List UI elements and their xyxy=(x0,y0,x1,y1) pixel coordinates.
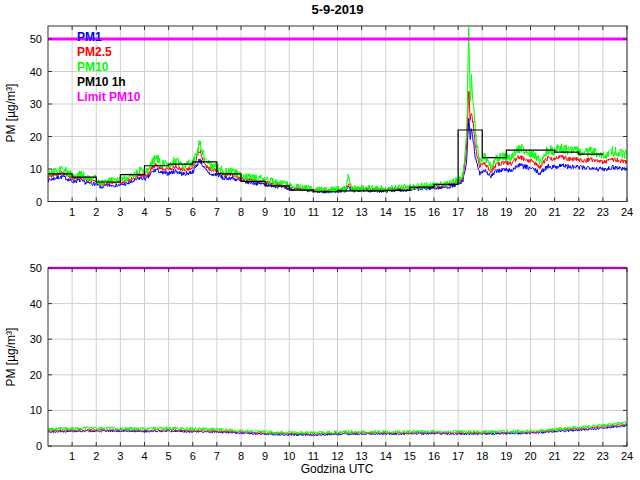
svg-text:1: 1 xyxy=(69,450,75,462)
svg-text:9: 9 xyxy=(262,450,268,462)
svg-text:10: 10 xyxy=(283,450,295,462)
svg-text:0: 0 xyxy=(36,440,42,452)
svg-text:7: 7 xyxy=(214,450,220,462)
svg-text:30: 30 xyxy=(30,333,42,345)
legend-item-pm1: PM1 xyxy=(77,30,140,45)
svg-text:50: 50 xyxy=(30,262,42,274)
svg-text:17: 17 xyxy=(452,450,464,462)
svg-text:40: 40 xyxy=(30,298,42,310)
legend-item-pm2-5: PM2.5 xyxy=(77,45,140,60)
svg-text:8: 8 xyxy=(238,450,244,462)
top-y-axis-label: PM [µg/m³] xyxy=(4,33,18,193)
svg-text:2: 2 xyxy=(93,450,99,462)
legend-item-pm10: PM10 xyxy=(77,60,140,75)
svg-text:12: 12 xyxy=(331,450,343,462)
svg-text:14: 14 xyxy=(380,450,392,462)
svg-text:6: 6 xyxy=(190,450,196,462)
svg-text:23: 23 xyxy=(597,450,609,462)
svg-text:20: 20 xyxy=(30,369,42,381)
figure: 5-9-2019 1234567891011121314151617181920… xyxy=(0,0,640,480)
legend: PM1 PM2.5 PM10 PM10 1h Limit PM10 xyxy=(77,30,140,105)
svg-text:11: 11 xyxy=(308,450,319,462)
svg-text:24: 24 xyxy=(621,450,633,462)
svg-text:5: 5 xyxy=(166,450,172,462)
svg-text:21: 21 xyxy=(549,450,561,462)
svg-text:4: 4 xyxy=(141,450,147,462)
legend-item-limit-pm10: Limit PM10 xyxy=(77,90,140,105)
svg-text:19: 19 xyxy=(500,450,512,462)
svg-text:20: 20 xyxy=(524,450,536,462)
svg-text:15: 15 xyxy=(404,450,416,462)
bottom-y-axis-label: PM [µg/m³] xyxy=(4,277,18,437)
svg-text:10: 10 xyxy=(30,404,42,416)
svg-text:3: 3 xyxy=(117,450,123,462)
svg-text:16: 16 xyxy=(428,450,440,462)
legend-item-pm10-1h: PM10 1h xyxy=(77,75,140,90)
svg-text:22: 22 xyxy=(573,450,585,462)
svg-text:13: 13 xyxy=(356,450,368,462)
x-axis-label: Godzina UTC xyxy=(237,462,437,476)
svg-text:18: 18 xyxy=(476,450,488,462)
